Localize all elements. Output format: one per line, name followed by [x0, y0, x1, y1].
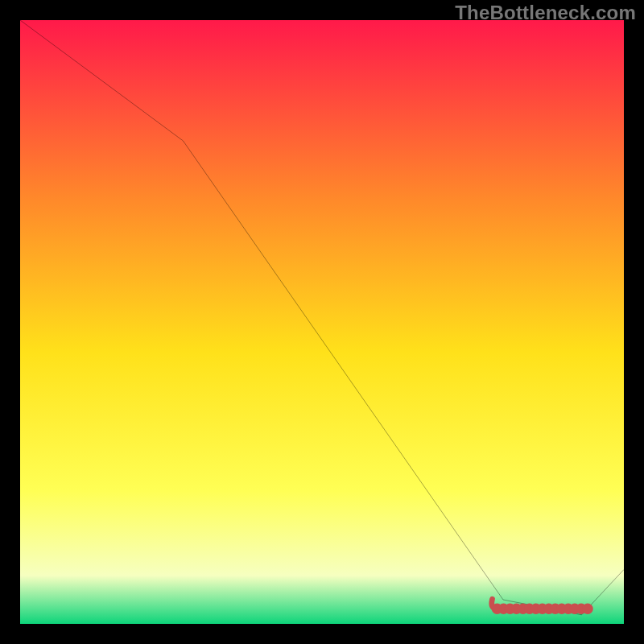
plot-area	[20, 20, 624, 624]
chart-svg	[20, 20, 624, 624]
gradient-background	[20, 20, 624, 624]
region-dot	[582, 604, 593, 615]
chart-stage: TheBottleneck.com	[0, 0, 644, 644]
